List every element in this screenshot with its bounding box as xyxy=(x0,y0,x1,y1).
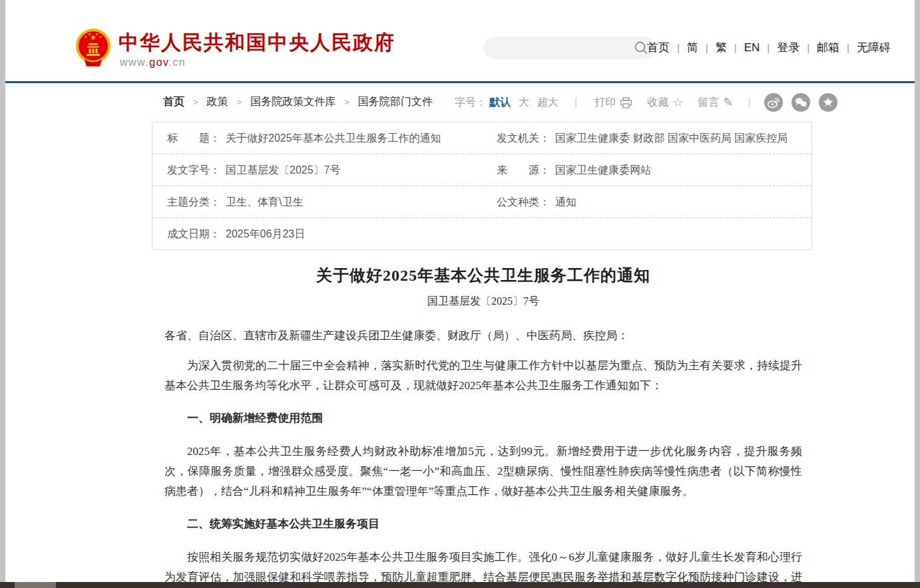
meta-value: 国卫基层发〔2025〕7号 xyxy=(226,164,341,176)
site-title: 中华人民共和国中央人民政府 xyxy=(118,29,395,57)
meta-label: 标 题： xyxy=(167,132,220,144)
meta-value: 2025年06月23日 xyxy=(226,227,305,240)
share-qzone-button[interactable] xyxy=(819,93,837,112)
paragraph: 2025年，基本公共卫生服务经费人均财政补助标准增加5元，达到99元。新增经费用… xyxy=(164,442,802,502)
page: ★ ★ ★ ★ ★ 中华人民共和国中央人民政府 www.gov.cn xyxy=(0,0,920,588)
divider: | xyxy=(575,96,577,108)
search-input[interactable] xyxy=(484,43,634,54)
left-edge-strip xyxy=(0,0,5,588)
meta-label: 主题分类： xyxy=(167,196,220,208)
site-url-cn: .cn xyxy=(168,57,186,68)
subheader: 首页 > 政策 > 国务院政策文件库 > 国务院部门文件 字号： 默认 大 超大… xyxy=(0,83,920,122)
divider: | xyxy=(748,96,750,108)
breadcrumb-item-home[interactable]: 首页 xyxy=(163,95,184,109)
meta-label: 来 源： xyxy=(497,164,550,176)
svg-text:★: ★ xyxy=(99,35,103,39)
meta-cell-title: 标 题： 关于做好2025年基本公共卫生服务工作的通知 xyxy=(152,122,482,154)
breadcrumb-separator: > xyxy=(193,97,198,107)
meta-cell-topic-category: 主题分类： 卫生、体育\卫生 xyxy=(152,186,482,218)
meta-cell-empty xyxy=(482,218,811,249)
pencil-icon: ✎ xyxy=(723,96,733,108)
breadcrumb-separator: > xyxy=(344,97,349,107)
nav-item-home[interactable]: 首页 xyxy=(647,40,670,55)
share-buttons xyxy=(764,93,837,112)
font-size-large-button[interactable]: 大 xyxy=(519,96,529,110)
site-header: ★ ★ ★ ★ ★ 中华人民共和国中央人民政府 www.gov.cn xyxy=(0,0,920,83)
meta-cell-doc-number: 发文字号： 国卫基层发〔2025〕7号 xyxy=(152,154,482,186)
favorite-button[interactable]: 收藏 ☆ xyxy=(647,96,683,110)
search-box[interactable] xyxy=(484,37,656,59)
meta-row: 标 题： 关于做好2025年基本公共卫生服务工作的通知 发文机关： 国家卫生健康… xyxy=(152,122,811,154)
breadcrumb: 首页 > 政策 > 国务院政策文件库 > 国务院部门文件 xyxy=(163,95,433,109)
svg-text:★: ★ xyxy=(88,32,91,36)
share-weibo-button[interactable] xyxy=(764,93,783,112)
meta-label: 公文种类： xyxy=(497,196,550,208)
nav-divider: | xyxy=(706,42,708,53)
meta-row: 成文日期： 2025年06月23日 xyxy=(152,218,811,249)
qzone-star-icon xyxy=(819,93,837,112)
meta-row: 发文字号： 国卫基层发〔2025〕7号 来 源： 国家卫生健康委网站 xyxy=(152,154,811,186)
nav-item-english[interactable]: EN xyxy=(744,41,760,55)
section-heading-1: 一、明确新增经费使用范围 xyxy=(164,410,802,426)
breadcrumb-item-department-docs[interactable]: 国务院部门文件 xyxy=(358,95,433,109)
scrollbar-thumb[interactable] xyxy=(15,582,56,588)
favorite-label: 收藏 xyxy=(647,96,668,110)
section-heading-2: 二、统筹实施好基本公共卫生服务项目 xyxy=(164,516,802,531)
nav-item-login[interactable]: 登录 xyxy=(777,40,800,55)
comment-button[interactable]: 留言 ✎ xyxy=(698,96,733,110)
nav-divider: | xyxy=(847,42,849,53)
paragraph: 为深入贯彻党的二十届三中全会精神，落实新时代党的卫生与健康工作方针中以基层为重点… xyxy=(164,356,802,396)
weibo-icon xyxy=(764,93,783,112)
meta-cell-issuing-agency: 发文机关： 国家卫生健康委 财政部 国家中医药局 国家疾控局 xyxy=(482,122,811,154)
comment-label: 留言 xyxy=(698,96,719,110)
share-wechat-button[interactable] xyxy=(792,93,810,112)
breadcrumb-item-policy[interactable]: 政策 xyxy=(207,95,228,109)
star-icon: ☆ xyxy=(672,96,683,108)
doc-meta-table: 标 题： 关于做好2025年基本公共卫生服务工作的通知 发文机关： 国家卫生健康… xyxy=(152,122,812,250)
meta-cell-issue-date: 成文日期： 2025年06月23日 xyxy=(152,218,482,249)
print-label: 打印 xyxy=(594,96,616,110)
meta-value: 国家卫生健康委网站 xyxy=(555,164,651,176)
print-button[interactable]: 打印 xyxy=(594,96,632,110)
meta-label: 发文机关： xyxy=(497,132,550,144)
nav-divider: | xyxy=(677,42,680,53)
meta-cell-doc-type: 公文种类： 通知 xyxy=(482,186,811,218)
breadcrumb-separator: > xyxy=(237,97,242,107)
article-title: 关于做好2025年基本公共卫生服务工作的通知 xyxy=(164,265,802,286)
article: 关于做好2025年基本公共卫生服务工作的通知 国卫基层发〔2025〕7号 各省、… xyxy=(164,265,802,588)
nav-divider: | xyxy=(807,42,809,53)
search-icon[interactable] xyxy=(634,41,648,55)
meta-value: 通知 xyxy=(555,196,576,208)
nav-item-mail[interactable]: 邮箱 xyxy=(817,40,839,55)
svg-text:★: ★ xyxy=(85,35,88,39)
printer-icon xyxy=(620,97,632,108)
nav-divider: | xyxy=(767,42,770,53)
meta-row: 主题分类： 卫生、体育\卫生 公文种类： 通知 xyxy=(152,186,811,218)
doc-number: 国卫基层发〔2025〕7号 xyxy=(164,295,802,309)
svg-text:★: ★ xyxy=(95,32,99,36)
site-url: www.gov.cn xyxy=(120,57,186,69)
nav-item-accessibility[interactable]: 无障碍 xyxy=(857,40,891,55)
meta-value: 关于做好2025年基本公共卫生服务工作的通知 xyxy=(226,132,441,144)
horizontal-scrollbar[interactable] xyxy=(0,582,920,588)
font-size-label: 字号： xyxy=(455,96,487,110)
meta-cell-source: 来 源： 国家卫生健康委网站 xyxy=(482,154,811,186)
main-nav: 首页 | 简 | 繁 | EN | 登录 | 邮箱 | 无障碍 xyxy=(647,40,891,55)
font-size-default-button[interactable]: 默认 xyxy=(489,96,511,110)
national-emblem-logo: ★ ★ ★ ★ ★ xyxy=(75,28,112,68)
nav-item-traditional[interactable]: 繁 xyxy=(716,40,727,55)
right-edge-strip xyxy=(915,0,920,588)
nav-divider: | xyxy=(734,42,737,53)
nav-item-simplified[interactable]: 简 xyxy=(687,40,698,55)
meta-value: 国家卫生健康委 财政部 国家中医药局 国家疾控局 xyxy=(555,132,788,144)
page-toolbar: 字号： 默认 大 超大 | 打印 收藏 ☆ 留言 xyxy=(455,93,837,112)
address-line: 各省、自治区、直辖市及新疆生产建设兵团卫生健康委、财政厅（局）、中医药局、疾控局… xyxy=(164,326,802,346)
breadcrumb-item-policy-library[interactable]: 国务院政策文件库 xyxy=(250,95,336,109)
wechat-icon xyxy=(792,93,810,112)
meta-value: 卫生、体育\卫生 xyxy=(226,196,303,208)
site-url-www: www. xyxy=(120,57,149,68)
meta-label: 成文日期： xyxy=(167,227,220,240)
font-size-xlarge-button[interactable]: 超大 xyxy=(537,96,559,110)
national-emblem-icon: ★ ★ ★ ★ ★ xyxy=(75,28,112,68)
meta-label: 发文字号： xyxy=(167,164,220,176)
